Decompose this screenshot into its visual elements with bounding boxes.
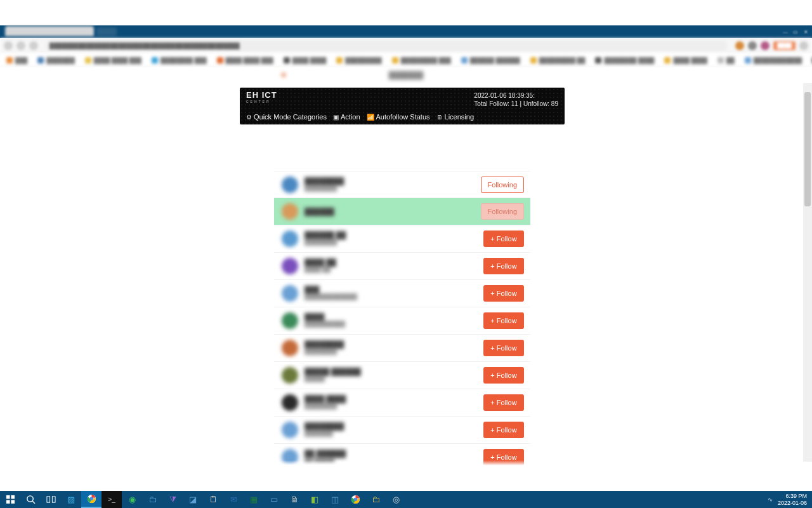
taskbar-app[interactable]: ▨ [61, 491, 81, 508]
taskbar-app[interactable]: ▭ [264, 491, 284, 508]
taskbar-notes[interactable]: 🗒 [203, 491, 223, 508]
bookmark-item[interactable]: ███ [6, 57, 27, 64]
avatar[interactable] [282, 203, 298, 220]
follow-button[interactable]: + Follow [483, 449, 524, 465]
taskbar-app[interactable]: ◫ [325, 491, 345, 508]
user-info[interactable]: ██████████████ [282, 312, 345, 329]
menu-licensing[interactable]: 🗎 Licensing [436, 113, 474, 121]
extension-status: 2022-01-06 18:39:35: Total Follow: 11 | … [474, 91, 558, 108]
task-view-icon[interactable] [41, 491, 61, 508]
taskbar-notepad[interactable]: 🗎 [284, 491, 304, 508]
avatar[interactable] [282, 231, 298, 247]
bookmark-item[interactable]: ████ ████ ███ [217, 57, 273, 64]
avatar[interactable] [282, 312, 298, 329]
extension-icon[interactable] [748, 41, 757, 50]
window-maximize-button[interactable]: ▭ [790, 27, 801, 36]
menu-autofollow-status[interactable]: 📶 Autofollow Status [367, 113, 430, 121]
avatar[interactable] [282, 367, 298, 384]
address-bar[interactable]: ████████████████████████████████████████… [46, 41, 728, 51]
bookmark-item[interactable]: ████ ████ ███ [85, 57, 141, 64]
bookmark-item[interactable]: ████████ ████ [595, 57, 654, 64]
avatar[interactable] [282, 394, 298, 411]
avatar[interactable] [282, 449, 298, 465]
browser-tab[interactable] [5, 26, 94, 36]
taskbar-visualstudio[interactable]: ⧩ [162, 491, 183, 508]
avatar[interactable] [282, 177, 298, 193]
bookmark-item[interactable]: ██ [717, 57, 735, 64]
user-info[interactable]: █████ ███████████ [282, 367, 361, 384]
taskbar-explorer[interactable]: 🗀 [142, 491, 162, 508]
update-badge[interactable]: ████ [773, 41, 796, 50]
tray-icon[interactable]: ∿ [768, 496, 773, 503]
following-button[interactable]: Following [481, 177, 524, 193]
taskbar-chrome[interactable] [81, 491, 102, 508]
start-button[interactable] [0, 491, 20, 508]
following-button[interactable]: Following [481, 203, 524, 220]
taskbar-app[interactable]: ◪ [183, 491, 203, 508]
avatar[interactable] [282, 422, 298, 438]
follow-button[interactable]: + Follow [483, 422, 524, 438]
taskbar-excel[interactable]: ▦ [244, 491, 264, 508]
follow-button[interactable]: + Follow [483, 312, 524, 329]
bookmark-item[interactable]: ███████ [37, 57, 75, 64]
user-info[interactable]: ████████████████ [282, 285, 357, 302]
menu-action[interactable]: ▣ Action [333, 113, 360, 121]
menu-icon[interactable] [799, 41, 808, 50]
bookmark-favicon [461, 57, 468, 64]
bookmark-favicon [595, 57, 601, 64]
user-subtitle: ██████████ [304, 321, 345, 328]
profile-icon[interactable] [761, 41, 769, 50]
window-minimize-button[interactable]: — [780, 27, 790, 36]
taskbar-folder[interactable]: 🗀 [365, 491, 386, 508]
menu-quick-mode-categories[interactable]: ⚙ Quick Mode Categories [246, 113, 327, 121]
taskbar-app[interactable]: ◉ [122, 491, 142, 508]
bookmark-label: ███ [15, 57, 27, 64]
reload-icon[interactable] [29, 41, 38, 50]
follow-button[interactable]: + Follow [483, 285, 524, 302]
bookmark-item[interactable]: ████ ████ [664, 57, 707, 64]
follow-button[interactable]: + Follow [483, 258, 524, 274]
bookmark-item[interactable]: █████████ ██ [530, 57, 586, 64]
user-name: ██ ██████ [304, 450, 346, 457]
bookmark-item[interactable]: ████████ ███ [152, 57, 207, 64]
page-scrollbar-track[interactable] [803, 83, 812, 462]
user-info[interactable]: ████████████████ [282, 177, 344, 193]
user-info[interactable]: ████ ████████████ [282, 394, 346, 411]
user-info[interactable]: ██ ████████ █████ [282, 449, 346, 465]
taskbar-app[interactable]: ◧ [304, 491, 325, 508]
taskbar-obs[interactable]: ◎ [386, 491, 406, 508]
taskbar-terminal[interactable]: >_ [102, 491, 122, 508]
avatar[interactable] [282, 340, 298, 356]
taskbar-clock[interactable]: 6:39 PM 2022-01-06 [778, 493, 807, 507]
user-info[interactable]: ██████ ██████████ [282, 231, 346, 247]
bookmark-label: ████ ████ [292, 57, 327, 64]
avatar[interactable] [282, 258, 298, 274]
follow-button[interactable]: + Follow [483, 231, 524, 247]
taskbar-outlook[interactable]: ✉ [223, 491, 244, 508]
avatar[interactable] [282, 285, 298, 302]
bookmark-item[interactable]: ████████████ [745, 57, 802, 64]
taskbar-chrome-2[interactable] [345, 491, 365, 508]
bookmark-item[interactable]: ████ ████ [284, 57, 327, 64]
browser-new-tab[interactable] [96, 27, 117, 36]
user-info[interactable]: ███████████████ [282, 422, 344, 438]
bookmark-item[interactable]: █████████ ███ [392, 57, 451, 64]
follow-button[interactable]: + Follow [483, 394, 524, 411]
bookmark-label: ████ ████ ███ [94, 57, 141, 64]
window-close-button[interactable]: ✕ [801, 27, 811, 36]
svg-point-4 [27, 496, 32, 502]
user-info[interactable]: ████ ██████ ██ [282, 258, 336, 274]
back-icon[interactable] [4, 41, 13, 50]
bookmark-item[interactable]: █████████ [336, 57, 381, 64]
bookmark-favicon [37, 57, 44, 64]
follow-button[interactable]: + Follow [483, 367, 524, 384]
forward-icon[interactable] [16, 41, 25, 50]
bookmark-item[interactable]: ██████ ██████ [461, 57, 520, 64]
search-icon[interactable] [20, 491, 41, 508]
user-info[interactable]: ████████████████ [282, 340, 344, 356]
follow-button[interactable]: + Follow [483, 340, 524, 356]
extension-icon[interactable] [735, 41, 744, 50]
page-scrollbar-thumb[interactable] [804, 92, 811, 206]
bookmark-favicon [392, 57, 398, 64]
user-info[interactable]: ██████ [282, 203, 334, 220]
